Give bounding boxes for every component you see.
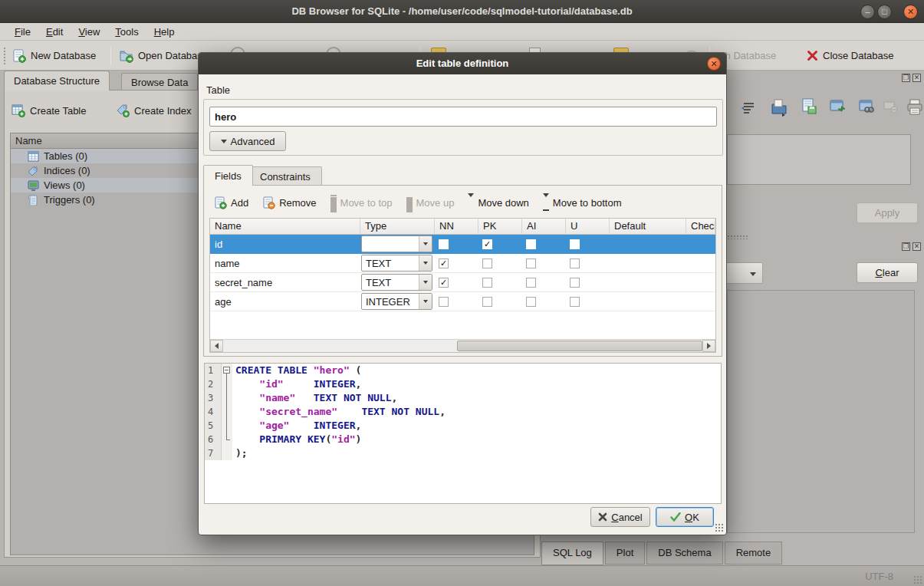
nn-checkbox[interactable] — [439, 297, 449, 307]
move-down-button[interactable]: Move down — [468, 193, 528, 212]
dialog-resize-grip[interactable] — [715, 523, 724, 532]
encoding-indicator[interactable]: UTF-8 — [865, 571, 893, 582]
nn-checkbox[interactable]: ✓ — [439, 258, 449, 268]
column-header-u[interactable]: U — [566, 219, 610, 235]
field-type-combobox[interactable]: TEXT — [361, 274, 432, 291]
dialog-title: Edit table definition — [199, 53, 726, 74]
fields-table-body: idINTEGER✓nameTEXT✓secret_nameTEXT✓ageIN… — [210, 235, 715, 311]
pk-checkbox[interactable] — [482, 258, 492, 268]
column-header-check[interactable]: Check — [686, 219, 715, 235]
fields-table-header[interactable]: NameTypeNNPKAIUDefaultCheck — [210, 219, 715, 235]
nn-checkbox[interactable]: ✓ — [439, 278, 449, 288]
ai-checkbox[interactable] — [526, 239, 536, 249]
dialog-close-icon[interactable]: ✕ — [707, 57, 721, 71]
column-header-ai[interactable]: AI — [522, 219, 566, 235]
column-header-nn[interactable]: NN — [435, 219, 478, 235]
field-row-id[interactable]: idINTEGER✓ — [210, 235, 715, 254]
menu-file[interactable]: File — [9, 26, 36, 38]
dock2-float-icon[interactable]: ❐ — [902, 242, 910, 251]
tab-browse-data[interactable]: Browse Data — [121, 73, 198, 91]
field-name-cell[interactable]: id — [210, 239, 360, 250]
scroll-left-icon[interactable] — [210, 340, 223, 352]
remove-button[interactable]: Remove — [262, 193, 316, 212]
field-type-combobox[interactable]: INTEGER — [361, 235, 432, 252]
pk-checkbox[interactable] — [482, 278, 492, 288]
sql-preview[interactable]: 1−CREATE TABLE "hero" (2 "id" INTEGER,3 … — [204, 363, 722, 504]
create-table-button[interactable]: Create Table — [12, 104, 86, 117]
u-checkbox[interactable] — [570, 278, 580, 288]
maximize-icon[interactable]: □ — [877, 5, 892, 19]
field-name-cell[interactable]: age — [210, 296, 360, 308]
pk-checkbox[interactable]: ✓ — [482, 239, 492, 249]
import-data-icon[interactable] — [770, 98, 788, 117]
column-header-pk[interactable]: PK — [478, 219, 522, 235]
dialog-title-bar[interactable]: Edit table definition ✕ — [199, 53, 726, 74]
create-index-button[interactable]: Create Index — [116, 104, 191, 117]
ai-checkbox[interactable] — [526, 278, 536, 288]
advanced-button[interactable]: Advanced — [209, 131, 286, 151]
field-type-combobox[interactable]: TEXT — [361, 255, 432, 272]
field-row-name[interactable]: nameTEXT✓ — [210, 254, 715, 273]
export-data-icon[interactable] — [801, 98, 817, 115]
table-name-input[interactable]: hero — [209, 107, 717, 127]
dock2-close-icon[interactable]: ✕ — [912, 242, 921, 251]
clear-button[interactable]: Clear — [857, 262, 918, 283]
scrollbar-thumb[interactable] — [457, 341, 702, 351]
nn-checkbox[interactable] — [439, 239, 449, 249]
bottom-tab-remote[interactable]: Remote — [725, 542, 783, 565]
pk-checkbox[interactable] — [482, 297, 492, 307]
field-row-secret_name[interactable]: secret_nameTEXT✓ — [210, 273, 715, 292]
minimize-icon[interactable]: – — [860, 5, 875, 19]
bottom-tab-sql-log[interactable]: SQL Log — [541, 542, 603, 565]
window-title: DB Browser for SQLite - /home/user/code/… — [0, 0, 924, 23]
print-icon[interactable] — [906, 99, 923, 116]
menu-view[interactable]: View — [73, 26, 105, 38]
bottom-tab-plot[interactable]: Plot — [605, 542, 645, 565]
word-wrap-icon[interactable] — [741, 100, 756, 115]
status-bar: UTF-8 — [0, 565, 924, 586]
open-database-button[interactable]: Open Database — [117, 45, 211, 66]
close-database-button[interactable]: Close Database — [804, 45, 897, 66]
close-icon[interactable]: ✕ — [903, 5, 918, 19]
tab-fields[interactable]: Fields — [203, 165, 253, 186]
ai-checkbox[interactable] — [526, 258, 536, 268]
menu-help[interactable]: Help — [149, 26, 180, 38]
u-checkbox[interactable] — [570, 239, 580, 249]
bottom-tab-db-schema[interactable]: DB Schema — [646, 542, 722, 565]
toolbar-grip[interactable] — [3, 47, 6, 65]
dock-float-icon[interactable]: ❐ — [902, 74, 910, 82]
table-icon — [28, 151, 39, 162]
field-actions: AddRemoveMove to topMove upMove downMove… — [214, 193, 621, 212]
column-header-type[interactable]: Type — [360, 219, 435, 235]
field-row-age[interactable]: ageINTEGER — [210, 292, 715, 311]
menu-edit[interactable]: Edit — [41, 26, 68, 38]
new-database-button[interactable]: New Database — [9, 45, 99, 66]
field-name-cell[interactable]: secret_name — [210, 277, 360, 288]
field-name-cell[interactable]: name — [210, 258, 360, 269]
ok-button[interactable]: OK — [656, 507, 714, 527]
add-button[interactable]: Add — [214, 193, 248, 212]
ai-checkbox[interactable] — [526, 297, 536, 307]
scroll-right-icon[interactable] — [702, 340, 715, 352]
column-header-name[interactable]: Name — [210, 219, 360, 235]
open-external-icon[interactable] — [830, 99, 847, 116]
edit-cell-textarea[interactable] — [727, 134, 911, 185]
column-header-default[interactable]: Default — [610, 219, 686, 235]
field-type-combobox[interactable]: INTEGER — [361, 293, 432, 310]
window-resize-grip[interactable] — [913, 575, 922, 584]
menu-tools[interactable]: Tools — [110, 26, 143, 38]
fold-collapse-icon[interactable]: − — [222, 364, 232, 377]
tab-constraints[interactable]: Constraints — [248, 166, 322, 186]
cancel-button[interactable]: Cancel — [590, 507, 650, 527]
tab-database-structure[interactable]: Database Structure — [4, 71, 110, 91]
sql-log-view[interactable] — [727, 290, 915, 533]
sql-line: 4 "secret_name" TEXT NOT NULL, — [205, 405, 721, 419]
horizontal-scrollbar[interactable] — [210, 339, 715, 352]
dock-splitter-handle[interactable] — [727, 235, 748, 239]
dock-close-icon[interactable]: ✕ — [912, 74, 921, 82]
move-to-bottom-button[interactable]: Move to bottom — [543, 193, 622, 212]
u-checkbox[interactable] — [570, 297, 580, 307]
u-checkbox[interactable] — [570, 258, 580, 268]
link-cell-icon[interactable] — [859, 99, 876, 116]
menu-bar: FileEditViewToolsHelp — [0, 23, 924, 41]
